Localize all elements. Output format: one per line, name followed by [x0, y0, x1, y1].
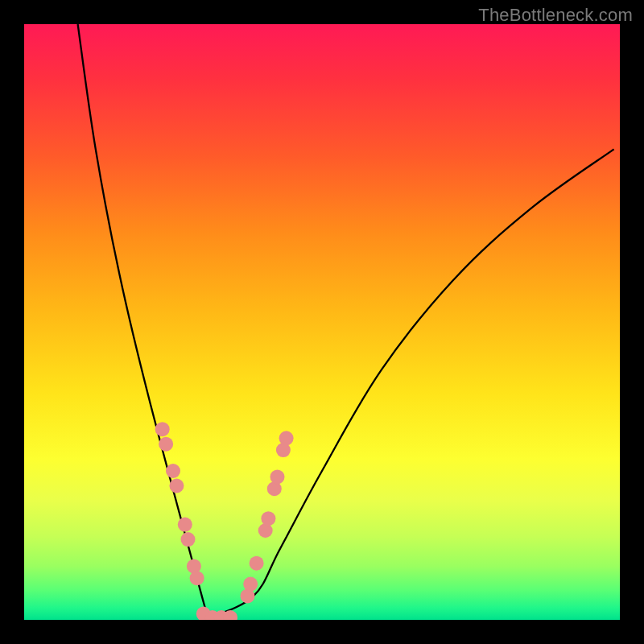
- curve-marker: [166, 464, 180, 478]
- curve-marker: [250, 556, 264, 571]
- curve-marker: [261, 511, 275, 526]
- curve-marker: [243, 577, 258, 592]
- curve-marker: [155, 422, 170, 436]
- curve-marker: [270, 469, 285, 484]
- plot-area: [24, 24, 620, 620]
- curve-line: [78, 24, 614, 620]
- curve-marker: [169, 479, 184, 493]
- curve-marker: [190, 571, 204, 585]
- chart-svg: [24, 24, 620, 620]
- curve-marker: [181, 532, 196, 547]
- curve-marker: [279, 431, 294, 445]
- curve-marker: [159, 437, 173, 452]
- chart-container: TheBottleneck.com: [0, 0, 644, 644]
- marker-group: [155, 422, 294, 620]
- watermark-text: TheBottleneck.com: [478, 5, 633, 26]
- curve-marker: [178, 518, 192, 532]
